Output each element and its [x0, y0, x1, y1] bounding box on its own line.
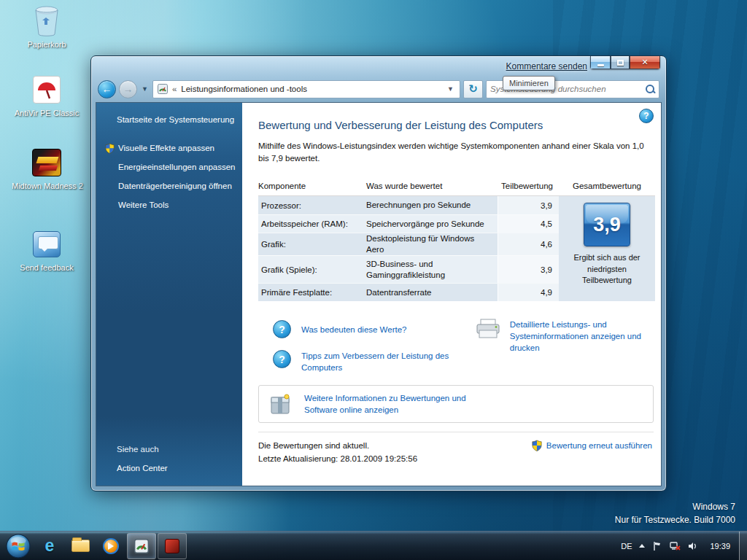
breadcrumb[interactable]: Leistungsinformationen und -tools	[181, 85, 307, 93]
wei-table: Komponente Was wurde bewertet Teilbewert…	[258, 182, 655, 301]
uac-shield-icon	[532, 440, 542, 453]
rerun-assessment[interactable]: Bewertung erneut ausführen	[532, 440, 654, 466]
sidebar-item-action-center[interactable]: Action Center	[96, 463, 242, 474]
close-button[interactable]: ✕	[630, 56, 660, 69]
maximize-button[interactable]	[611, 56, 630, 69]
rerun-assessment-link[interactable]: Bewertung erneut ausführen	[546, 440, 652, 451]
table-row: Grafik: Desktopleistung für Windows Aero…	[258, 233, 559, 255]
watermark-line1: Windows 7	[615, 500, 735, 513]
midtown-madness-icon	[12, 146, 82, 179]
base-score-panel: 3,9 Ergibt sich aus der niedrigsten Teil…	[559, 196, 655, 301]
component-name: Primäre Festplatte:	[258, 288, 366, 297]
antivir-icon	[12, 73, 82, 106]
watermark-line2: Nur für Testzwecke. Build 7000	[615, 513, 735, 526]
minimize-icon	[597, 64, 604, 66]
address-bar[interactable]: « Leistungsinformationen und -tools ▼	[152, 80, 460, 98]
help-icon: ?	[643, 111, 649, 121]
table-row: Grafik (Spiele): 3D-Business- und Gaming…	[258, 255, 559, 283]
taskbar-windows-explorer[interactable]	[66, 532, 95, 560]
send-comments-link[interactable]: Kommentare senden	[506, 61, 587, 71]
last-update-text: Letzte Aktualisierung: 28.01.2009 19:25:…	[258, 453, 417, 466]
titlebar[interactable]: Kommentare senden ✕ Minimieren	[91, 56, 666, 77]
sidebar-item-control-panel-home[interactable]: Startseite der Systemsteuerung	[96, 103, 242, 125]
taskbar-performance-tools[interactable]	[127, 533, 156, 559]
main-content: ? Bewertung und Verbesserung der Leistun…	[242, 103, 661, 486]
intro-text: Mithilfe des Windows-Leistungsindex werd…	[258, 140, 655, 164]
taskbar-internet-explorer[interactable]: e	[35, 532, 64, 560]
base-score-value: 3,9	[593, 214, 621, 236]
show-desktop-button[interactable]	[739, 532, 747, 560]
component-assessed: Desktopleistung für Windows Aero	[366, 233, 498, 255]
table-row: Arbeitsspeicher (RAM): Speichervorgänge …	[258, 214, 559, 233]
header-component: Komponente	[258, 182, 366, 190]
search-icon	[645, 84, 655, 94]
component-score: 4,5	[498, 215, 559, 233]
show-hidden-icons-chevron[interactable]	[639, 544, 645, 548]
close-icon: ✕	[641, 58, 648, 67]
detailed-info-link[interactable]: Detaillierte Leistungs- und Systeminform…	[510, 319, 653, 354]
forward-button[interactable]: →	[119, 80, 137, 98]
sidebar-item-disk-cleanup[interactable]: Datenträgerbereinigung öffnen	[96, 181, 242, 192]
link-row-what-values: ? Was bedeuten diese Werte?	[273, 320, 475, 338]
question-mark-icon: ?	[273, 320, 291, 338]
recycle-bin-icon	[12, 4, 82, 38]
desktop-icon-midtown-madness[interactable]: Midtown Madness 2	[12, 146, 82, 190]
recent-pages-dropdown[interactable]: ▼	[140, 85, 150, 93]
link-row-tips: ? Tipps zum Verbessern der Leistung des …	[273, 350, 475, 373]
printer-icon	[475, 319, 501, 339]
taskbar-media-player[interactable]	[96, 532, 125, 560]
taskbar: e DE	[0, 531, 747, 560]
desktop-icon-send-feedback[interactable]: Send feedback	[12, 228, 82, 272]
address-dropdown-arrow[interactable]: ▼	[446, 85, 455, 93]
media-player-icon	[103, 538, 119, 554]
question-mark-icon: ?	[273, 350, 291, 368]
volume-icon[interactable]	[688, 541, 698, 551]
sidebar-item-label: Weitere Tools	[118, 201, 169, 209]
sidebar-item-visual-effects[interactable]: Visuelle Effekte anpassen	[96, 143, 242, 154]
header-base-score: Gesamtbewertung	[559, 182, 655, 190]
header-subscore: Teilbewertung	[498, 182, 559, 190]
desktop-icon-recycle-bin[interactable]: Papierkorb	[12, 4, 82, 49]
build-watermark: Windows 7 Nur für Testzwecke. Build 7000	[615, 500, 735, 526]
component-name: Arbeitsspeicher (RAM):	[258, 219, 366, 228]
help-button[interactable]: ?	[639, 109, 654, 123]
what-values-link[interactable]: Was bedeuten diese Werte?	[301, 324, 454, 335]
clock[interactable]: 19:39	[705, 542, 735, 551]
minimize-button[interactable]	[590, 56, 611, 69]
language-indicator[interactable]: DE	[621, 542, 632, 551]
software-package-icon	[268, 392, 293, 416]
internet-explorer-icon: e	[45, 536, 55, 556]
taskbar-running-app[interactable]	[158, 533, 187, 559]
system-tray: DE 19:39	[621, 541, 735, 551]
uac-shield-icon	[105, 143, 115, 157]
window-client-area: Startseite der Systemsteuerung	[96, 102, 662, 486]
sidebar-item-label: Datenträgerbereinigung öffnen	[118, 182, 232, 190]
navigation-bar: ← → ▼ « Leistungsinformationen und -tool…	[91, 77, 666, 101]
component-score: 4,6	[498, 233, 559, 255]
start-button[interactable]	[3, 532, 34, 560]
component-assessed: Datentransferrate	[366, 287, 498, 298]
component-score: 4,9	[498, 284, 559, 301]
status-row: Die Bewertungen sind aktuell. Letzte Akt…	[258, 432, 654, 466]
sidebar-item-advanced-tools[interactable]: Weitere Tools	[96, 200, 242, 211]
component-name: Grafik:	[258, 240, 366, 249]
tips-link[interactable]: Tipps zum Verbessern der Leistung des Co…	[301, 350, 454, 373]
table-row: Primäre Festplatte: Datentransferrate 4,…	[258, 283, 559, 301]
ratings-current-text: Die Bewertungen sind aktuell.	[258, 440, 417, 453]
folder-icon	[71, 540, 90, 552]
sidebar-item-label: Visuelle Effekte anpassen	[118, 144, 214, 152]
desktop-icon-antivir[interactable]: AntiVir PE Classic	[12, 73, 82, 117]
desktop-icon-label: Midtown Madness 2	[12, 182, 82, 190]
base-score-caption: Ergibt sich aus der niedrigsten Teilbewe…	[559, 252, 655, 293]
more-info-link[interactable]: Weitere Informationen zu Bewertungen und…	[304, 392, 472, 416]
back-button[interactable]: ←	[98, 80, 116, 98]
windows-orb-icon	[6, 534, 31, 559]
breadcrumb-overflow[interactable]: «	[172, 85, 177, 93]
network-icon[interactable]	[670, 541, 681, 551]
task-pane: Startseite der Systemsteuerung	[96, 103, 242, 486]
refresh-button[interactable]: ↻	[463, 80, 483, 98]
more-info-box[interactable]: Weitere Informationen zu Bewertungen und…	[258, 385, 654, 423]
sidebar-item-power-settings[interactable]: Energieeinstellungen anpassen	[96, 162, 242, 173]
performance-tools-window: Kommentare senden ✕ Minimieren ← → ▼ « L…	[90, 55, 667, 491]
action-center-flag-icon[interactable]	[652, 541, 662, 551]
